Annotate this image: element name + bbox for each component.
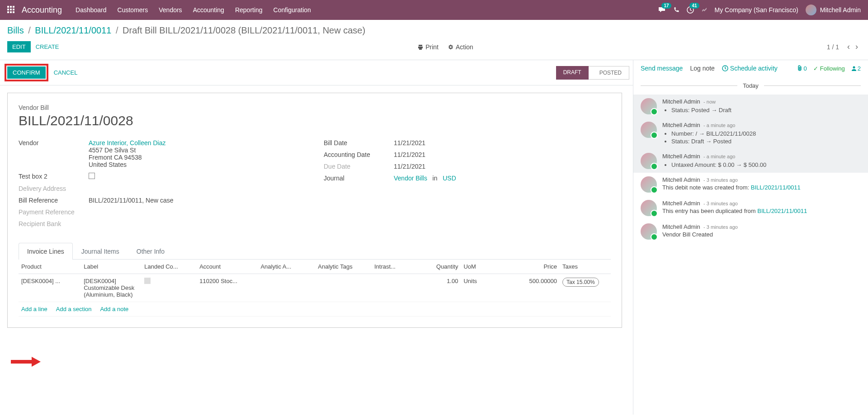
table-row[interactable]: [DESK0004] ... [DESK0004] Customizable D… bbox=[19, 274, 611, 302]
send-message-button[interactable]: Send message bbox=[641, 65, 683, 72]
journal-link[interactable]: Vendor Bills bbox=[394, 175, 427, 182]
col-landed[interactable]: Landed Co... bbox=[142, 260, 197, 274]
apps-icon[interactable] bbox=[7, 6, 15, 14]
user-name: Mitchell Admin bbox=[820, 6, 861, 14]
nav-menu: Dashboard Customers Vendors Accounting R… bbox=[75, 6, 311, 14]
col-account[interactable]: Account bbox=[197, 260, 258, 274]
col-intrastat[interactable]: Intrast... bbox=[372, 260, 410, 274]
billref-label: Bill Reference bbox=[19, 197, 89, 204]
tab-other-info[interactable]: Other Info bbox=[128, 243, 173, 260]
nav-dashboard[interactable]: Dashboard bbox=[75, 6, 107, 14]
message-author: Mitchell Admin bbox=[662, 153, 700, 160]
message-time: - 3 minutes ago bbox=[703, 201, 738, 206]
activity-icon[interactable]: 41 bbox=[687, 6, 694, 14]
phone-icon[interactable] bbox=[673, 7, 679, 13]
edit-button[interactable]: EDIT bbox=[7, 41, 31, 52]
breadcrumb-current: Draft Bill BILL/2021/11/0028 (BILL/2021/… bbox=[123, 25, 365, 35]
message: Mitchell Admin - a minute agoNumber: / →… bbox=[633, 118, 868, 149]
debug-icon[interactable] bbox=[701, 7, 708, 13]
messaging-badge: 17 bbox=[661, 3, 671, 9]
status-pills: DRAFT POSTED bbox=[556, 66, 629, 80]
recipbank-label: Recipient Bank bbox=[19, 220, 89, 227]
nav-customers[interactable]: Customers bbox=[118, 6, 148, 14]
message-avatar bbox=[641, 223, 657, 240]
pager: 1 / 1 bbox=[827, 43, 839, 51]
statusbar: CONFIRM CANCEL DRAFT POSTED bbox=[0, 60, 633, 85]
svg-point-1 bbox=[450, 46, 452, 48]
form-sheet: Vendor Bill BILL/2021/11/0028 Vendor Azu… bbox=[7, 93, 622, 328]
landed-placeholder-icon bbox=[144, 278, 151, 284]
attachments-button[interactable]: 0 bbox=[797, 65, 807, 72]
message: Mitchell Admin - 3 minutes agoThis entry… bbox=[633, 196, 868, 220]
billdate-value: 11/21/2021 bbox=[394, 139, 611, 147]
col-product[interactable]: Product bbox=[19, 260, 81, 274]
confirm-button[interactable]: CONFIRM bbox=[7, 66, 46, 79]
print-button[interactable]: Print bbox=[417, 43, 439, 51]
tab-invoice-lines[interactable]: Invoice Lines bbox=[19, 243, 73, 260]
schedule-activity-button[interactable]: Schedule activity bbox=[722, 65, 778, 72]
log-note-button[interactable]: Log note bbox=[690, 65, 715, 72]
nav-reporting[interactable]: Reporting bbox=[235, 6, 263, 14]
next-button[interactable]: › bbox=[853, 40, 861, 53]
following-button[interactable]: ✓ Following bbox=[813, 65, 845, 72]
message-time: - 3 minutes ago bbox=[703, 177, 738, 183]
journal-label: Journal bbox=[324, 175, 394, 182]
add-section-link[interactable]: Add a section bbox=[56, 306, 92, 312]
col-uom[interactable]: UoM bbox=[461, 260, 499, 274]
message-avatar bbox=[641, 122, 657, 138]
nav-vendors[interactable]: Vendors bbox=[159, 6, 182, 14]
messaging-icon[interactable]: 17 bbox=[658, 6, 666, 14]
message-author: Mitchell Admin bbox=[662, 223, 700, 230]
nav-configuration[interactable]: Configuration bbox=[274, 6, 311, 14]
message-link[interactable]: BILL/2021/11/0011 bbox=[757, 208, 807, 214]
message-avatar bbox=[641, 153, 657, 169]
status-draft[interactable]: DRAFT bbox=[556, 66, 589, 80]
message-time: - a minute ago bbox=[703, 154, 735, 159]
breadcrumb: Bills / BILL/2021/11/0011 / Draft Bill B… bbox=[0, 20, 868, 36]
create-button[interactable]: CREATE bbox=[31, 41, 64, 52]
nav-accounting[interactable]: Accounting bbox=[193, 6, 224, 14]
message-author: Mitchell Admin bbox=[662, 122, 700, 128]
message-time: - a minute ago bbox=[703, 123, 735, 128]
col-taxes[interactable]: Taxes bbox=[560, 260, 611, 274]
payref-label: Payment Reference bbox=[19, 208, 89, 216]
message-author: Mitchell Admin bbox=[662, 200, 700, 207]
tab-journal-items[interactable]: Journal Items bbox=[73, 243, 128, 260]
message-avatar bbox=[641, 200, 657, 216]
prev-button[interactable]: ‹ bbox=[844, 40, 853, 53]
currency-link[interactable]: USD bbox=[443, 175, 456, 182]
duedate-value: 11/21/2021 bbox=[394, 163, 611, 170]
status-posted[interactable]: POSTED bbox=[589, 66, 629, 80]
col-analytic-a[interactable]: Analytic A... bbox=[258, 260, 315, 274]
followers-button[interactable]: 2 bbox=[851, 65, 861, 72]
col-quantity[interactable]: Quantity bbox=[410, 260, 461, 274]
col-label[interactable]: Label bbox=[81, 260, 142, 274]
message-avatar bbox=[641, 176, 657, 193]
chatter-topbar: Send message Log note Schedule activity … bbox=[633, 60, 868, 77]
message-link[interactable]: BILL/2021/11/0011 bbox=[751, 184, 801, 191]
vendor-link[interactable]: Azure Interior, Colleen Diaz bbox=[89, 139, 165, 147]
nav-right: 17 41 My Company (San Francisco) Mitchel… bbox=[658, 5, 861, 15]
svg-point-3 bbox=[853, 66, 855, 69]
action-button[interactable]: Action bbox=[448, 43, 473, 51]
cancel-button[interactable]: CANCEL bbox=[48, 66, 83, 79]
company-switcher[interactable]: My Company (San Francisco) bbox=[715, 6, 798, 14]
col-price[interactable]: Price bbox=[499, 260, 560, 274]
app-name[interactable]: Accounting bbox=[22, 5, 62, 15]
message: Mitchell Admin - 3 minutes agoVendor Bil… bbox=[633, 220, 868, 243]
activity-badge: 41 bbox=[689, 3, 699, 9]
breadcrumb-parent[interactable]: BILL/2021/11/0011 bbox=[35, 25, 111, 35]
date-separator: Today bbox=[641, 82, 861, 89]
message: Mitchell Admin - a minute agoUntaxed Amo… bbox=[633, 149, 868, 173]
page-title: BILL/2021/11/0028 bbox=[19, 113, 611, 128]
message-avatar bbox=[641, 98, 657, 114]
add-note-link[interactable]: Add a note bbox=[100, 306, 128, 312]
breadcrumb-root[interactable]: Bills bbox=[7, 25, 24, 35]
billref-value: BILL/2021/11/0011, New case bbox=[89, 197, 306, 204]
user-menu[interactable]: Mitchell Admin bbox=[806, 5, 861, 15]
col-analytic-t[interactable]: Analytic Tags bbox=[315, 260, 372, 274]
message: Mitchell Admin - 3 minutes agoThis debit… bbox=[633, 173, 868, 196]
add-line-link[interactable]: Add a line bbox=[21, 306, 47, 312]
testbox-checkbox[interactable] bbox=[89, 173, 95, 179]
cell-product: [DESK0004] ... bbox=[19, 274, 81, 302]
